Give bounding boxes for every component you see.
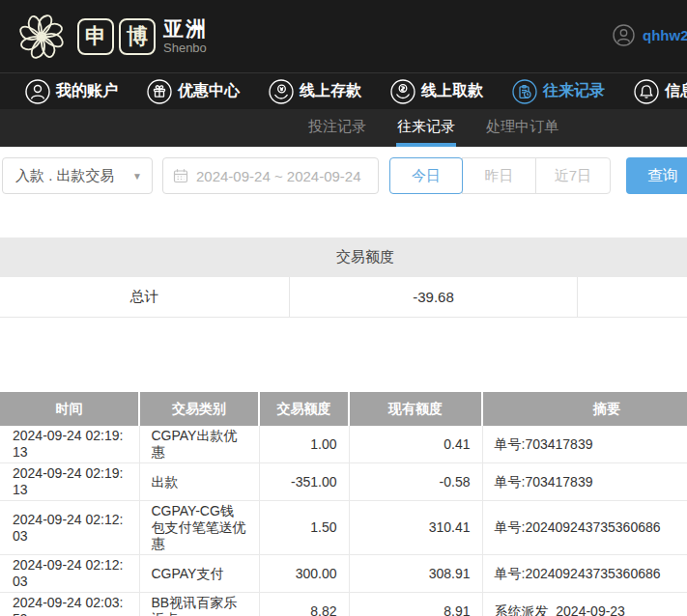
nav-label: 信息	[665, 81, 687, 101]
nav-label: 往来记录	[543, 81, 605, 101]
tab-pending-orders[interactable]: 处理中订单	[485, 109, 559, 147]
cell-balance: -0.58	[349, 463, 482, 501]
summary-table: 交易额度 总计 -39.68	[0, 238, 687, 318]
table-row: 2024-09-24 02:19:13 CGPAY出款优惠 1.00 0.41 …	[0, 426, 687, 463]
table-row: 2024-09-24 02:12:03 CGPAY支付 300.00 308.9…	[0, 555, 687, 593]
cell-summary: 单号:202409243735360686	[482, 555, 687, 593]
summary-header: 交易额度	[0, 238, 687, 277]
nav-item-online-deposit[interactable]: 线上存款	[269, 79, 361, 104]
logo-char-shen: 申	[77, 18, 114, 55]
summary-total-row: 总计 -39.68	[0, 277, 687, 318]
cell-time: 2024-09-24 02:12:03	[0, 555, 139, 593]
calendar-icon	[173, 168, 188, 183]
nav-item-transaction-records[interactable]: 往来记录	[512, 79, 605, 104]
cell-time: 2024-09-24 02:03:59	[0, 593, 139, 616]
logo-characters: 申 博	[77, 18, 156, 55]
tab-transaction-records[interactable]: 往来记录	[396, 109, 456, 147]
logo-char-bo: 博	[119, 18, 156, 55]
cell-balance: 308.91	[349, 555, 482, 593]
quick-date-buttons: 今日 昨日 近7日	[389, 157, 611, 194]
nav-item-my-account[interactable]: 我的账户	[25, 79, 118, 104]
avatar-icon	[613, 24, 635, 46]
cell-type: CGPAY支付	[139, 555, 259, 593]
cell-amount: -351.00	[259, 463, 349, 501]
date-range-value: 2024-09-24 ~ 2024-09-24	[196, 168, 361, 184]
table-row: 2024-09-24 02:12:03 CGPAY-CG钱包支付笔笔送优惠 1.…	[0, 501, 687, 555]
record-subtabs: 投注记录 往来记录 处理中订单	[0, 109, 687, 147]
cell-time: 2024-09-24 02:19:13	[0, 463, 139, 501]
records-header-row: 时间 交易类别 交易额度 现有额度 摘要	[0, 392, 687, 426]
cell-summary: 单号:703417839	[482, 426, 687, 463]
nav-item-promotions[interactable]: 优惠中心	[147, 79, 240, 104]
transaction-type-value: 入款 . 出款交易	[15, 167, 115, 185]
top-header: 申 博 亚洲 Shenbo qhhw2	[0, 0, 687, 72]
logo-subtitle: Shenbo	[163, 42, 208, 54]
col-summary: 摘要	[482, 392, 687, 426]
last7days-button[interactable]: 近7日	[535, 157, 611, 194]
cell-amount: 8.82	[259, 593, 349, 616]
yesterday-button[interactable]: 昨日	[462, 157, 536, 194]
cell-summary: 单号:703417839	[482, 463, 687, 501]
cell-amount: 300.00	[259, 555, 349, 593]
caret-down-icon: ▼	[132, 171, 142, 182]
cell-balance: 8.91	[349, 593, 482, 616]
withdraw-icon	[390, 79, 415, 104]
page: 申 博 亚洲 Shenbo qhhw2	[0, 0, 687, 616]
bell-icon	[634, 79, 659, 104]
today-button[interactable]: 今日	[389, 157, 463, 194]
nav-label: 线上取款	[421, 81, 483, 101]
col-transaction-amount: 交易额度	[259, 392, 349, 426]
cell-time: 2024-09-24 02:19:13	[0, 426, 139, 463]
table-row: 2024-09-24 02:19:13 出款 -351.00 -0.58 单号:…	[0, 463, 687, 501]
tab-betting-records[interactable]: 投注记录	[307, 109, 367, 147]
cell-summary: 单号:202409243735360686	[482, 501, 687, 555]
nav-label: 优惠中心	[178, 81, 240, 101]
cell-amount: 1.50	[259, 501, 349, 555]
logo-text: 亚洲 Shenbo	[163, 18, 208, 54]
cell-type: CGPAY出款优惠	[139, 426, 259, 463]
username: qhhw2	[643, 27, 687, 43]
summary-total-label: 总计	[0, 277, 290, 317]
cell-type: CGPAY-CG钱包支付笔笔送优惠	[139, 501, 259, 555]
transaction-type-select[interactable]: 入款 . 出款交易 ▼	[2, 157, 153, 194]
user-account[interactable]: qhhw2	[613, 24, 687, 46]
nav-item-online-withdrawal[interactable]: 线上取款	[390, 79, 483, 104]
table-row: 2024-09-24 02:03:59 BB视讯百家乐返点 8.82 8.91 …	[0, 593, 687, 616]
col-current-balance: 现有额度	[349, 392, 482, 426]
cell-amount: 1.00	[259, 426, 349, 463]
date-range-input[interactable]: 2024-09-24 ~ 2024-09-24	[162, 157, 379, 194]
search-button[interactable]: 查询	[626, 157, 687, 194]
deposit-icon	[269, 79, 294, 104]
filter-bar: 入款 . 出款交易 ▼ 2024-09-24 ~ 2024-09-24 今日 昨…	[0, 157, 687, 196]
summary-total-value: -39.68	[290, 277, 578, 317]
nav-label: 线上存款	[300, 81, 361, 101]
col-time: 时间	[0, 392, 139, 426]
records-table: 时间 交易类别 交易额度 现有额度 摘要 2024-09-24 02:19:13…	[0, 392, 687, 616]
user-icon	[25, 79, 50, 104]
flower-logo-icon	[14, 9, 70, 65]
cell-balance: 310.41	[349, 501, 482, 555]
col-transaction-type: 交易类别	[139, 392, 259, 426]
cell-type: BB视讯百家乐返点	[139, 593, 259, 616]
nav-item-messages[interactable]: 信息	[634, 79, 687, 104]
main-navigation: 我的账户 优惠中心	[0, 72, 687, 109]
cell-summary: 系统派发_2024-09-23	[482, 593, 687, 616]
cell-balance: 0.41	[349, 426, 482, 463]
summary-empty-cell	[578, 277, 687, 317]
cell-time: 2024-09-24 02:12:03	[0, 501, 139, 555]
logo-region: 亚洲	[163, 18, 208, 39]
nav-label: 我的账户	[56, 81, 118, 101]
gift-icon	[147, 79, 172, 104]
records-icon	[512, 79, 537, 104]
cell-type: 出款	[139, 463, 259, 501]
